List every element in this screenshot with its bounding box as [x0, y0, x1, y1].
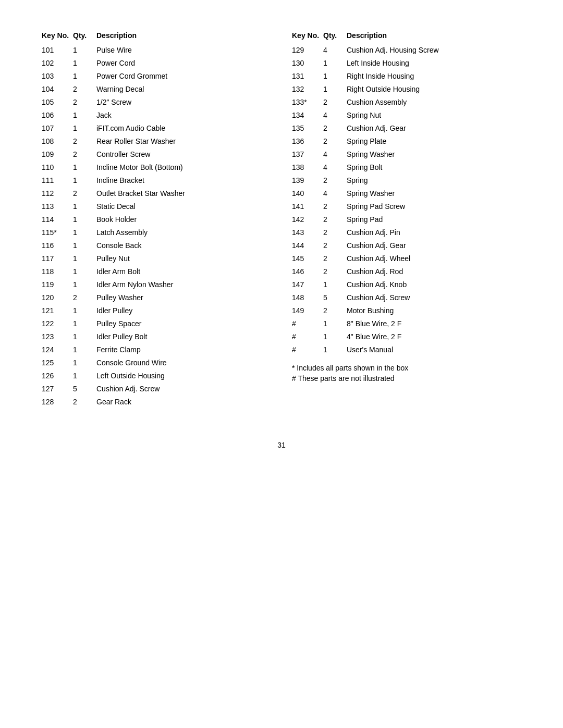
table-row: 149 2 Motor Bushing: [292, 305, 521, 316]
row-qty: 2: [323, 305, 347, 316]
row-key: #: [292, 331, 323, 342]
row-desc: Gear Rack: [96, 397, 271, 408]
row-key: 112: [42, 188, 73, 199]
row-qty: 2: [323, 175, 347, 186]
row-desc: Spring Pad: [347, 214, 521, 225]
row-desc: Pulley Nut: [96, 253, 271, 264]
row-qty: 1: [323, 71, 347, 82]
row-key: 128: [42, 397, 73, 408]
row-desc: Controller Screw: [96, 149, 271, 160]
table-row: 133* 2 Cushion Assembly: [292, 97, 521, 108]
row-qty: 2: [73, 149, 96, 160]
row-desc: Console Ground Wire: [96, 357, 271, 368]
row-desc: Power Cord Grommet: [96, 71, 271, 82]
row-qty: 2: [73, 397, 96, 408]
row-desc: Pulley Washer: [96, 292, 271, 303]
row-desc: 4" Blue Wire, 2 F: [347, 331, 521, 342]
row-qty: 2: [73, 136, 96, 147]
left-parts-column: Key No. Qty. Description 101 1 Pulse Wir…: [42, 31, 271, 410]
row-key: 113: [42, 201, 73, 212]
row-desc: Idler Pulley: [96, 305, 271, 316]
table-row: 134 4 Spring Nut: [292, 110, 521, 121]
row-desc: Right Outside Housing: [347, 84, 521, 95]
row-key: 116: [42, 240, 73, 251]
table-row: 116 1 Console Back: [42, 240, 271, 251]
table-row: 130 1 Left Inside Housing: [292, 58, 521, 69]
row-qty: 1: [73, 318, 96, 329]
table-row: 129 4 Cushion Adj. Housing Screw: [292, 45, 521, 56]
table-row: 122 1 Pulley Spacer: [42, 318, 271, 329]
table-row: 125 1 Console Ground Wire: [42, 357, 271, 368]
table-row: 121 1 Idler Pulley: [42, 305, 271, 316]
left-rows-container: 101 1 Pulse Wire 102 1 Power Cord 103 1 …: [42, 45, 271, 408]
row-qty: 2: [73, 188, 96, 199]
row-qty: 1: [73, 201, 96, 212]
left-header-key: Key No.: [42, 31, 73, 40]
row-qty: 1: [73, 266, 96, 277]
row-qty: 1: [73, 371, 96, 381]
row-qty: 4: [323, 110, 347, 121]
row-qty: 1: [73, 344, 96, 355]
row-desc: 8" Blue Wire, 2 F: [347, 318, 521, 329]
table-row: # 1 4" Blue Wire, 2 F: [292, 331, 521, 342]
row-key: 145: [292, 253, 323, 264]
row-desc: Right Inside Housing: [347, 71, 521, 82]
table-row: 140 4 Spring Washer: [292, 188, 521, 199]
row-desc: Idler Arm Bolt: [96, 266, 271, 277]
row-key: 137: [292, 149, 323, 160]
right-parts-column: Key No. Qty. Description 129 4 Cushion A…: [292, 31, 521, 410]
footnotes: * Includes all parts shown in the box # …: [292, 364, 521, 382]
row-qty: 2: [73, 84, 96, 95]
row-qty: 1: [73, 123, 96, 134]
table-row: 105 2 1/2" Screw: [42, 97, 271, 108]
row-desc: Jack: [96, 110, 271, 121]
row-key: 125: [42, 357, 73, 368]
right-header-desc: Description: [347, 31, 521, 40]
row-desc: Cushion Adj. Screw: [347, 292, 521, 303]
table-row: 144 2 Cushion Adj. Gear: [292, 240, 521, 251]
right-header-key: Key No.: [292, 31, 323, 40]
table-row: 104 2 Warning Decal: [42, 84, 271, 95]
row-key: 122: [42, 318, 73, 329]
row-key: 102: [42, 58, 73, 69]
row-desc: Incline Bracket: [96, 175, 271, 186]
row-key: 149: [292, 305, 323, 316]
row-qty: 2: [323, 123, 347, 134]
row-desc: Spring Nut: [347, 110, 521, 121]
row-desc: Cushion Adj. Rod: [347, 266, 521, 277]
table-row: 106 1 Jack: [42, 110, 271, 121]
table-row: 148 5 Cushion Adj. Screw: [292, 292, 521, 303]
row-qty: 1: [73, 279, 96, 290]
row-key: 147: [292, 279, 323, 290]
table-row: 120 2 Pulley Washer: [42, 292, 271, 303]
footnote-hash: # These parts are not illustrated: [292, 374, 521, 382]
row-qty: 1: [323, 344, 347, 355]
row-qty: 2: [73, 292, 96, 303]
row-desc: Cushion Adj. Wheel: [347, 253, 521, 264]
table-row: 123 1 Idler Pulley Bolt: [42, 331, 271, 342]
row-qty: 1: [73, 253, 96, 264]
table-row: 138 4 Spring Bolt: [292, 162, 521, 173]
row-qty: 1: [73, 175, 96, 186]
row-key: 117: [42, 253, 73, 264]
row-key: 105: [42, 97, 73, 108]
row-desc: Idler Pulley Bolt: [96, 331, 271, 342]
row-qty: 1: [323, 84, 347, 95]
row-key: 134: [292, 110, 323, 121]
row-qty: 1: [323, 331, 347, 342]
row-desc: Spring Washer: [347, 149, 521, 160]
row-key: 139: [292, 175, 323, 186]
table-row: 135 2 Cushion Adj. Gear: [292, 123, 521, 134]
row-qty: 2: [323, 266, 347, 277]
left-header-qty: Qty.: [73, 31, 96, 40]
table-row: 128 2 Gear Rack: [42, 397, 271, 408]
table-row: 141 2 Spring Pad Screw: [292, 201, 521, 212]
row-key: 121: [42, 305, 73, 316]
row-key: 118: [42, 266, 73, 277]
row-key: 131: [292, 71, 323, 82]
row-qty: 2: [73, 97, 96, 108]
row-desc: Pulley Spacer: [96, 318, 271, 329]
row-key: 115*: [42, 227, 73, 238]
table-row: 137 4 Spring Washer: [292, 149, 521, 160]
row-desc: Warning Decal: [96, 84, 271, 95]
